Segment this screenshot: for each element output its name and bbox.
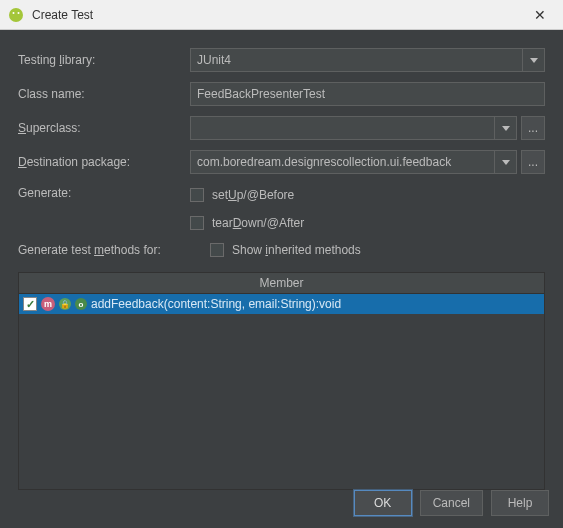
help-button[interactable]: Help [491, 490, 549, 516]
generate-methods-label: Generate test methods for: [18, 243, 190, 257]
destination-label: Destination package: [18, 155, 190, 169]
show-inherited-checkbox[interactable] [210, 243, 224, 257]
titlebar: Create Test ✕ [0, 0, 563, 30]
class-name-value: FeedBackPresenterTest [197, 87, 325, 101]
member-table: Member ✓ m 🔒 o addFeedback(content:Strin… [18, 272, 545, 490]
destination-value: com.boredream.designrescollection.ui.fee… [197, 155, 451, 169]
button-bar: OK Cancel Help [0, 478, 563, 528]
class-name-label: Class name: [18, 87, 190, 101]
svg-point-1 [13, 12, 15, 14]
teardown-checkbox[interactable] [190, 216, 204, 230]
cancel-button[interactable]: Cancel [420, 490, 483, 516]
chevron-down-icon [494, 151, 516, 173]
lock-icon: 🔒 [59, 298, 71, 310]
setup-checkbox[interactable] [190, 188, 204, 202]
row-checkbox[interactable]: ✓ [23, 297, 37, 311]
chevron-down-icon [522, 49, 544, 71]
member-column-header: Member [19, 273, 544, 294]
dialog-content: Testing library: JUnit4 Class name: Feed… [0, 30, 563, 490]
method-icon: m [41, 297, 55, 311]
superclass-combo[interactable] [190, 116, 517, 140]
superclass-label: Superclass: [18, 121, 190, 135]
superclass-browse-button[interactable]: ... [521, 116, 545, 140]
destination-browse-button[interactable]: ... [521, 150, 545, 174]
chevron-down-icon [494, 117, 516, 139]
override-icon: o [75, 298, 87, 310]
testing-library-combo[interactable]: JUnit4 [190, 48, 545, 72]
svg-point-0 [9, 8, 23, 22]
svg-point-2 [18, 12, 20, 14]
destination-combo[interactable]: com.boredream.designrescollection.ui.fee… [190, 150, 517, 174]
member-text: addFeedback(content:String, email:String… [91, 297, 341, 311]
setup-label: setUp/@Before [212, 188, 294, 202]
teardown-label: tearDown/@After [212, 216, 304, 230]
member-table-body[interactable]: ✓ m 🔒 o addFeedback(content:String, emai… [19, 294, 544, 489]
show-inherited-label: Show inherited methods [232, 243, 361, 257]
ok-button[interactable]: OK [354, 490, 412, 516]
generate-label: Generate: [18, 184, 190, 234]
dialog-title: Create Test [32, 8, 525, 22]
table-row[interactable]: ✓ m 🔒 o addFeedback(content:String, emai… [19, 294, 544, 314]
testing-library-label: Testing library: [18, 53, 190, 67]
class-name-input[interactable]: FeedBackPresenterTest [190, 82, 545, 106]
close-button[interactable]: ✕ [525, 7, 555, 23]
app-icon [8, 7, 24, 23]
testing-library-value: JUnit4 [197, 53, 231, 67]
